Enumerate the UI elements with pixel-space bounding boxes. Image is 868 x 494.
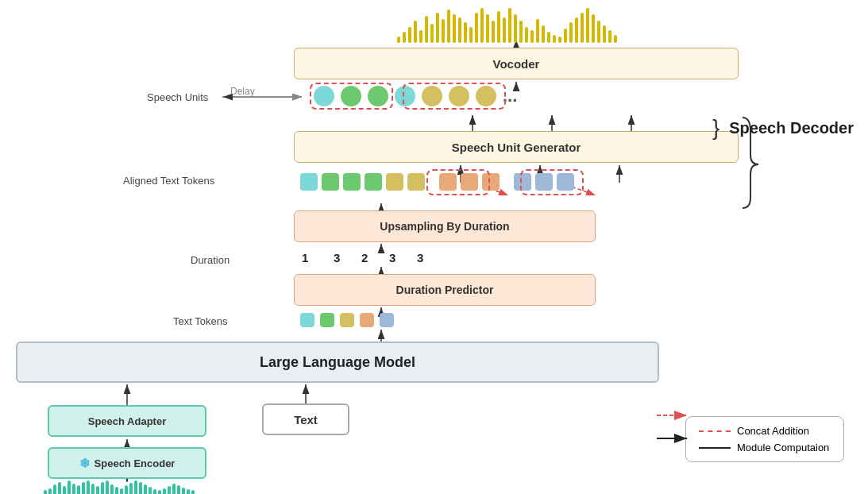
llm-label: Large Language Model bbox=[260, 354, 415, 371]
llm-box: Large Language Model bbox=[16, 342, 659, 383]
diagram: Vocoder Speech Units Delay ... Speech Un… bbox=[0, 0, 868, 494]
speech-decoder-text: Speech Decoder bbox=[729, 119, 854, 137]
att-cyan bbox=[300, 173, 318, 191]
legend-module: Module Computaion bbox=[699, 442, 831, 453]
dur-5: 3 bbox=[417, 251, 423, 264]
sug-label: Speech Unit Generator bbox=[452, 141, 581, 154]
snowflake-icon: ❄ bbox=[79, 456, 90, 471]
legend-concat-label: Concat Addition bbox=[737, 425, 809, 437]
speech-units-label: Speech Units bbox=[147, 91, 208, 103]
dashed-red-speech-units-2 bbox=[403, 83, 506, 110]
tt-cyan bbox=[300, 313, 314, 327]
duration-label: Duration bbox=[191, 254, 230, 266]
legend-dashed-line bbox=[699, 430, 731, 432]
sa-box: Speech Adapter bbox=[48, 405, 206, 437]
input-waveform bbox=[44, 480, 195, 494]
tt-blue bbox=[380, 313, 394, 327]
legend-module-label: Module Computaion bbox=[737, 442, 829, 453]
att-green-3 bbox=[365, 173, 382, 191]
tt-yellow bbox=[340, 313, 354, 327]
dur-3: 2 bbox=[361, 251, 368, 264]
se-box: ❄ Speech Encoder bbox=[48, 447, 206, 479]
dashed-att-2 bbox=[520, 169, 584, 195]
dashed-red-speech-units bbox=[310, 83, 393, 110]
att-green-1 bbox=[322, 173, 339, 191]
delay-label: Delay bbox=[230, 86, 255, 97]
brace-icon: } bbox=[712, 115, 719, 141]
text-tokens bbox=[300, 313, 394, 327]
vocoder-box: Vocoder bbox=[294, 48, 739, 79]
sug-box: Speech Unit Generator bbox=[294, 131, 739, 163]
ubd-label: Upsampling By Duration bbox=[380, 220, 509, 233]
legend-concat: Concat Addition bbox=[699, 425, 831, 437]
aligned-text-tokens-label: Aligned Text Tokens bbox=[123, 175, 214, 187]
att-yellow bbox=[386, 173, 403, 191]
speech-decoder-label: } Speech Decoder bbox=[712, 115, 854, 141]
vocoder-label: Vocoder bbox=[493, 57, 540, 71]
dp-label: Duration Predictor bbox=[396, 284, 494, 296]
dur-4: 3 bbox=[389, 251, 395, 264]
text-tokens-label: Text Tokens bbox=[173, 315, 227, 327]
legend: Concat Addition Module Computaion bbox=[685, 416, 844, 462]
dur-1: 1 bbox=[302, 251, 308, 264]
text-label: Text bbox=[294, 413, 318, 426]
legend-solid-line bbox=[699, 447, 731, 449]
dur-2: 3 bbox=[334, 251, 340, 264]
output-waveform bbox=[397, 8, 617, 43]
dp-box: Duration Predictor bbox=[294, 274, 596, 306]
tt-green bbox=[320, 313, 334, 327]
tt-orange bbox=[360, 313, 374, 327]
att-yellow-2 bbox=[407, 173, 425, 191]
se-label: Speech Encoder bbox=[95, 457, 176, 469]
att-green-2 bbox=[343, 173, 361, 191]
ubd-box: Upsampling By Duration bbox=[294, 210, 596, 242]
dashed-att-1 bbox=[426, 169, 490, 195]
sa-label: Speech Adapter bbox=[88, 415, 167, 427]
text-box: Text bbox=[262, 403, 349, 435]
